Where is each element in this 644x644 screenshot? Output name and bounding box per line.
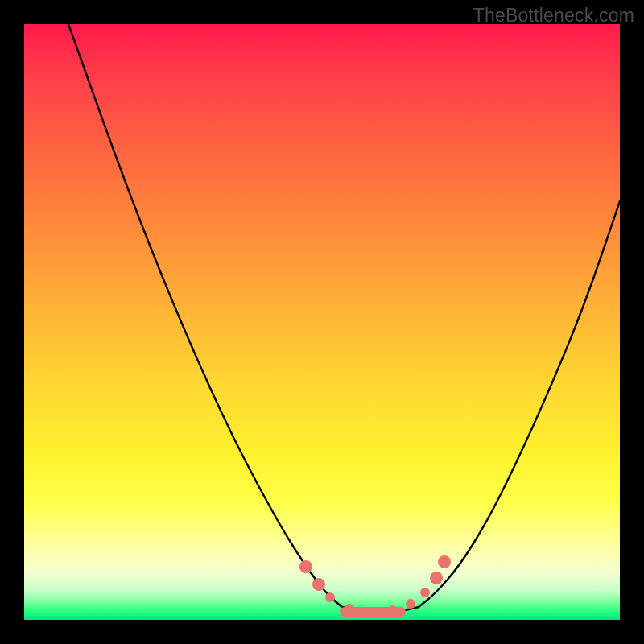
chart-frame: TheBottleneck.com [0,0,644,644]
watermark-text: TheBottleneck.com [473,5,634,27]
plot-area [24,24,620,620]
gradient-background [24,24,620,620]
